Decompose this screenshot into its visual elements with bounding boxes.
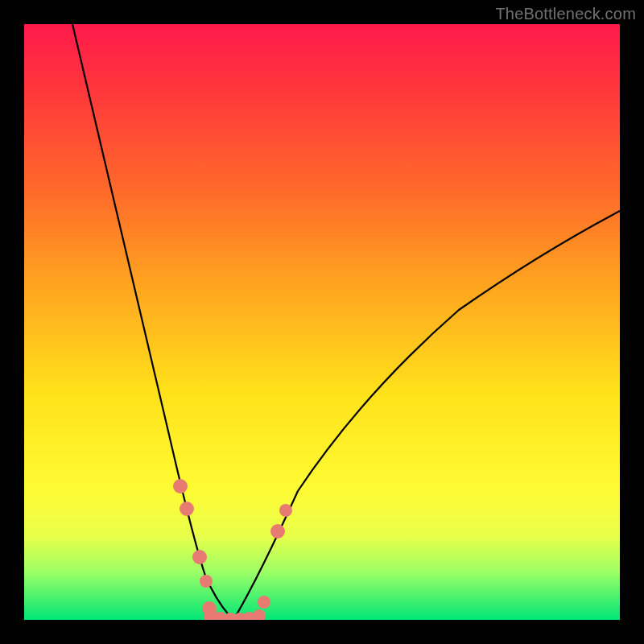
data-dots [173, 479, 292, 620]
curves-svg [24, 24, 620, 620]
dot [200, 575, 213, 588]
dot [279, 504, 292, 517]
dot [253, 609, 266, 620]
left-curve [72, 24, 233, 620]
dot [180, 502, 194, 516]
dot [270, 524, 285, 539]
plot-area [24, 24, 620, 620]
dot [173, 479, 188, 493]
dot [258, 596, 270, 609]
watermark-text: TheBottleneck.com [495, 5, 636, 23]
right-curve [233, 211, 620, 620]
dot [192, 550, 207, 564]
chart-frame: TheBottleneck.com [0, 0, 644, 644]
